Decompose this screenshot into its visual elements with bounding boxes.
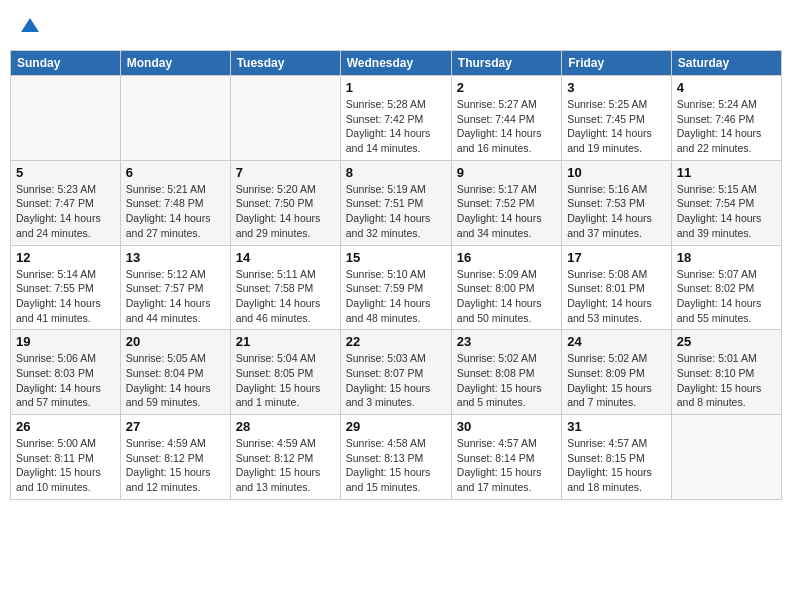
logo-icon: [21, 16, 39, 34]
day-info: Sunrise: 5:16 AM Sunset: 7:53 PM Dayligh…: [567, 182, 666, 241]
calendar-cell: 13Sunrise: 5:12 AM Sunset: 7:57 PM Dayli…: [120, 245, 230, 330]
page-header: [10, 10, 782, 44]
calendar-cell: 2Sunrise: 5:27 AM Sunset: 7:44 PM Daylig…: [451, 76, 561, 161]
calendar-cell: 29Sunrise: 4:58 AM Sunset: 8:13 PM Dayli…: [340, 415, 451, 500]
day-info: Sunrise: 5:12 AM Sunset: 7:57 PM Dayligh…: [126, 267, 225, 326]
day-number: 5: [16, 165, 115, 180]
calendar-cell: [11, 76, 121, 161]
calendar-cell: 25Sunrise: 5:01 AM Sunset: 8:10 PM Dayli…: [671, 330, 781, 415]
day-number: 23: [457, 334, 556, 349]
day-info: Sunrise: 4:57 AM Sunset: 8:15 PM Dayligh…: [567, 436, 666, 495]
column-header-monday: Monday: [120, 51, 230, 76]
calendar-cell: 18Sunrise: 5:07 AM Sunset: 8:02 PM Dayli…: [671, 245, 781, 330]
day-number: 8: [346, 165, 446, 180]
calendar-week-row: 12Sunrise: 5:14 AM Sunset: 7:55 PM Dayli…: [11, 245, 782, 330]
day-number: 17: [567, 250, 666, 265]
day-number: 15: [346, 250, 446, 265]
day-number: 19: [16, 334, 115, 349]
calendar-cell: 21Sunrise: 5:04 AM Sunset: 8:05 PM Dayli…: [230, 330, 340, 415]
calendar-cell: 16Sunrise: 5:09 AM Sunset: 8:00 PM Dayli…: [451, 245, 561, 330]
day-number: 1: [346, 80, 446, 95]
column-header-friday: Friday: [562, 51, 672, 76]
day-info: Sunrise: 5:06 AM Sunset: 8:03 PM Dayligh…: [16, 351, 115, 410]
calendar-week-row: 1Sunrise: 5:28 AM Sunset: 7:42 PM Daylig…: [11, 76, 782, 161]
day-info: Sunrise: 4:57 AM Sunset: 8:14 PM Dayligh…: [457, 436, 556, 495]
day-number: 30: [457, 419, 556, 434]
day-number: 16: [457, 250, 556, 265]
column-header-wednesday: Wednesday: [340, 51, 451, 76]
calendar-week-row: 5Sunrise: 5:23 AM Sunset: 7:47 PM Daylig…: [11, 160, 782, 245]
calendar-cell: 11Sunrise: 5:15 AM Sunset: 7:54 PM Dayli…: [671, 160, 781, 245]
calendar-cell: 1Sunrise: 5:28 AM Sunset: 7:42 PM Daylig…: [340, 76, 451, 161]
calendar-cell: 22Sunrise: 5:03 AM Sunset: 8:07 PM Dayli…: [340, 330, 451, 415]
day-info: Sunrise: 5:24 AM Sunset: 7:46 PM Dayligh…: [677, 97, 776, 156]
calendar-cell: 24Sunrise: 5:02 AM Sunset: 8:09 PM Dayli…: [562, 330, 672, 415]
day-number: 26: [16, 419, 115, 434]
calendar-cell: 26Sunrise: 5:00 AM Sunset: 8:11 PM Dayli…: [11, 415, 121, 500]
day-info: Sunrise: 4:59 AM Sunset: 8:12 PM Dayligh…: [236, 436, 335, 495]
calendar-week-row: 19Sunrise: 5:06 AM Sunset: 8:03 PM Dayli…: [11, 330, 782, 415]
day-info: Sunrise: 5:15 AM Sunset: 7:54 PM Dayligh…: [677, 182, 776, 241]
day-info: Sunrise: 5:27 AM Sunset: 7:44 PM Dayligh…: [457, 97, 556, 156]
day-number: 21: [236, 334, 335, 349]
calendar-cell: 27Sunrise: 4:59 AM Sunset: 8:12 PM Dayli…: [120, 415, 230, 500]
calendar-cell: 30Sunrise: 4:57 AM Sunset: 8:14 PM Dayli…: [451, 415, 561, 500]
svg-marker-0: [21, 18, 39, 32]
calendar-cell: 7Sunrise: 5:20 AM Sunset: 7:50 PM Daylig…: [230, 160, 340, 245]
day-info: Sunrise: 5:28 AM Sunset: 7:42 PM Dayligh…: [346, 97, 446, 156]
column-header-saturday: Saturday: [671, 51, 781, 76]
day-number: 10: [567, 165, 666, 180]
calendar-cell: 19Sunrise: 5:06 AM Sunset: 8:03 PM Dayli…: [11, 330, 121, 415]
calendar-cell: 4Sunrise: 5:24 AM Sunset: 7:46 PM Daylig…: [671, 76, 781, 161]
day-number: 9: [457, 165, 556, 180]
calendar-cell: 17Sunrise: 5:08 AM Sunset: 8:01 PM Dayli…: [562, 245, 672, 330]
day-number: 12: [16, 250, 115, 265]
day-number: 31: [567, 419, 666, 434]
calendar-cell: 15Sunrise: 5:10 AM Sunset: 7:59 PM Dayli…: [340, 245, 451, 330]
day-info: Sunrise: 4:59 AM Sunset: 8:12 PM Dayligh…: [126, 436, 225, 495]
calendar-cell: 8Sunrise: 5:19 AM Sunset: 7:51 PM Daylig…: [340, 160, 451, 245]
day-info: Sunrise: 5:02 AM Sunset: 8:09 PM Dayligh…: [567, 351, 666, 410]
day-info: Sunrise: 5:21 AM Sunset: 7:48 PM Dayligh…: [126, 182, 225, 241]
day-info: Sunrise: 5:20 AM Sunset: 7:50 PM Dayligh…: [236, 182, 335, 241]
day-number: 29: [346, 419, 446, 434]
day-info: Sunrise: 5:04 AM Sunset: 8:05 PM Dayligh…: [236, 351, 335, 410]
logo: [18, 14, 39, 40]
day-info: Sunrise: 5:07 AM Sunset: 8:02 PM Dayligh…: [677, 267, 776, 326]
day-info: Sunrise: 5:11 AM Sunset: 7:58 PM Dayligh…: [236, 267, 335, 326]
day-number: 6: [126, 165, 225, 180]
calendar-cell: [230, 76, 340, 161]
column-header-thursday: Thursday: [451, 51, 561, 76]
day-number: 28: [236, 419, 335, 434]
calendar-cell: 5Sunrise: 5:23 AM Sunset: 7:47 PM Daylig…: [11, 160, 121, 245]
calendar-cell: 12Sunrise: 5:14 AM Sunset: 7:55 PM Dayli…: [11, 245, 121, 330]
day-number: 11: [677, 165, 776, 180]
day-info: Sunrise: 4:58 AM Sunset: 8:13 PM Dayligh…: [346, 436, 446, 495]
calendar-cell: 6Sunrise: 5:21 AM Sunset: 7:48 PM Daylig…: [120, 160, 230, 245]
day-info: Sunrise: 5:02 AM Sunset: 8:08 PM Dayligh…: [457, 351, 556, 410]
column-header-tuesday: Tuesday: [230, 51, 340, 76]
day-info: Sunrise: 5:19 AM Sunset: 7:51 PM Dayligh…: [346, 182, 446, 241]
calendar-cell: [120, 76, 230, 161]
day-number: 20: [126, 334, 225, 349]
day-number: 7: [236, 165, 335, 180]
day-number: 14: [236, 250, 335, 265]
day-number: 22: [346, 334, 446, 349]
day-info: Sunrise: 5:25 AM Sunset: 7:45 PM Dayligh…: [567, 97, 666, 156]
calendar-week-row: 26Sunrise: 5:00 AM Sunset: 8:11 PM Dayli…: [11, 415, 782, 500]
day-number: 24: [567, 334, 666, 349]
day-info: Sunrise: 5:08 AM Sunset: 8:01 PM Dayligh…: [567, 267, 666, 326]
calendar-cell: 9Sunrise: 5:17 AM Sunset: 7:52 PM Daylig…: [451, 160, 561, 245]
calendar-cell: [671, 415, 781, 500]
calendar-cell: 3Sunrise: 5:25 AM Sunset: 7:45 PM Daylig…: [562, 76, 672, 161]
calendar-cell: 23Sunrise: 5:02 AM Sunset: 8:08 PM Dayli…: [451, 330, 561, 415]
day-info: Sunrise: 5:05 AM Sunset: 8:04 PM Dayligh…: [126, 351, 225, 410]
day-info: Sunrise: 5:01 AM Sunset: 8:10 PM Dayligh…: [677, 351, 776, 410]
calendar-table: SundayMondayTuesdayWednesdayThursdayFrid…: [10, 50, 782, 500]
calendar-cell: 20Sunrise: 5:05 AM Sunset: 8:04 PM Dayli…: [120, 330, 230, 415]
day-info: Sunrise: 5:23 AM Sunset: 7:47 PM Dayligh…: [16, 182, 115, 241]
day-info: Sunrise: 5:00 AM Sunset: 8:11 PM Dayligh…: [16, 436, 115, 495]
day-number: 3: [567, 80, 666, 95]
calendar-cell: 14Sunrise: 5:11 AM Sunset: 7:58 PM Dayli…: [230, 245, 340, 330]
day-number: 25: [677, 334, 776, 349]
